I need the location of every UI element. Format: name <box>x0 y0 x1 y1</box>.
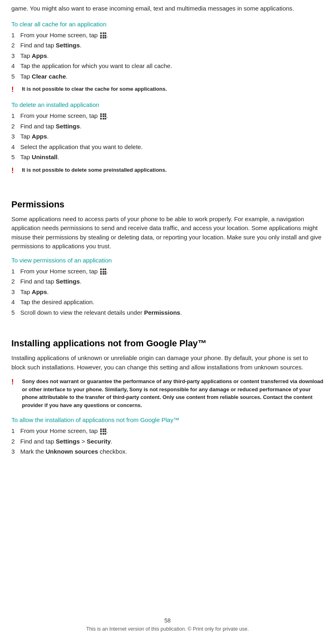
page-content: game. You might also want to erase incom… <box>0 0 335 493</box>
view-permissions-heading: To view permissions of an application <box>11 257 324 264</box>
step-item: 3 Tap Apps. <box>11 132 324 141</box>
step-item: 4 Tap the desired application. <box>11 298 324 307</box>
clear-cache-warning: ! It is not possible to clear the cache … <box>11 85 324 94</box>
step-item: 5 Scroll down to view the relevant detai… <box>11 308 324 318</box>
installing-title: Installing applications not from Google … <box>11 338 324 349</box>
step-item: 1 From your Home screen, tap . <box>11 267 324 276</box>
page-footer: 58 This is an Internet version of this p… <box>0 617 335 632</box>
intro-paragraph: game. You might also want to erase incom… <box>11 4 324 13</box>
step-item: 1 From your Home screen, tap . <box>11 31 324 40</box>
warning-text: It is not possible to delete some preins… <box>22 166 167 174</box>
step-item: 5 Tap Clear cache. <box>11 72 324 81</box>
grid-icon <box>100 269 106 275</box>
step-item: 2 Find and tap Settings. <box>11 277 324 286</box>
step-item: 1 From your Home screen, tap . <box>11 111 324 121</box>
grid-icon <box>100 32 106 38</box>
clear-cache-steps: 1 From your Home screen, tap . 2 Find an… <box>11 31 324 81</box>
warning-icon: ! <box>11 85 19 94</box>
delete-app-steps: 1 From your Home screen, tap . 2 Find an… <box>11 111 324 162</box>
permissions-title: Permissions <box>11 199 324 210</box>
step-item: 1 From your Home screen, tap . <box>11 426 324 436</box>
step-item: 2 Find and tap Settings > Security. <box>11 437 324 446</box>
allow-install-heading: To allow the installation of application… <box>11 416 324 423</box>
grid-icon <box>100 429 106 435</box>
view-permissions-steps: 1 From your Home screen, tap . 2 Find an… <box>11 267 324 318</box>
allow-install-steps: 1 From your Home screen, tap . 2 Find an… <box>11 426 324 456</box>
step-item: 5 Tap Uninstall. <box>11 153 324 162</box>
step-item: 4 Tap the application for which you want… <box>11 62 324 71</box>
step-item: 4 Select the application that you want t… <box>11 143 324 152</box>
step-item: 3 Tap Apps. <box>11 288 324 297</box>
footer-legal: This is an Internet version of this publ… <box>0 626 335 632</box>
grid-icon <box>100 113 106 119</box>
warning-icon: ! <box>11 378 19 386</box>
installing-warning: ! Sony does not warrant or guarantee the… <box>11 377 324 409</box>
permissions-paragraph: Some applications need to access parts o… <box>11 215 324 251</box>
warning-text: Sony does not warrant or guarantee the p… <box>22 377 324 409</box>
warning-text: It is not possible to clear the cache fo… <box>22 85 167 93</box>
step-item: 3 Tap Apps. <box>11 51 324 61</box>
step-item: 2 Find and tap Settings. <box>11 122 324 131</box>
installing-paragraph: Installing applications of unknown or un… <box>11 354 324 372</box>
delete-app-heading: To delete an installed application <box>11 101 324 108</box>
step-item: 2 Find and tap Settings. <box>11 41 324 50</box>
clear-cache-heading: To clear all cache for an application <box>11 21 324 28</box>
delete-app-warning: ! It is not possible to delete some prei… <box>11 166 324 175</box>
step-item: 3 Mark the Unknown sources checkbox. <box>11 447 324 456</box>
warning-icon: ! <box>11 166 19 175</box>
page-number: 58 <box>0 617 335 624</box>
